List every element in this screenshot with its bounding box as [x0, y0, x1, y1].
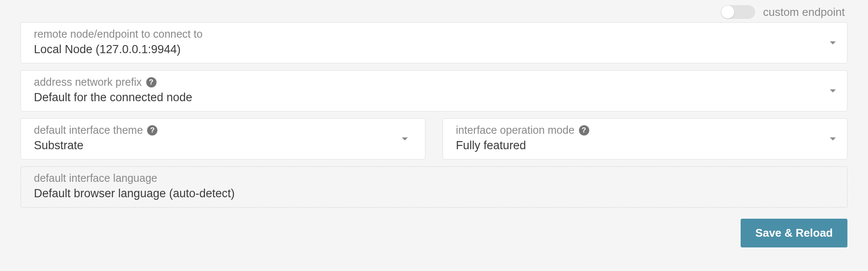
custom-endpoint-label: custom endpoint — [763, 6, 845, 19]
chevron-down-icon — [402, 138, 408, 141]
endpoint-label: remote node/endpoint to connect to — [34, 28, 834, 40]
prefix-select[interactable]: address network prefix ? Default for the… — [21, 70, 847, 111]
prefix-label: address network prefix ? — [34, 76, 834, 88]
language-value: Default browser language (auto-detect) — [34, 187, 834, 200]
mode-label-text: interface operation mode — [456, 124, 575, 136]
help-icon[interactable]: ? — [147, 125, 157, 136]
chevron-down-icon — [830, 138, 836, 141]
mode-select[interactable]: interface operation mode ? Fully feature… — [443, 118, 847, 160]
help-icon[interactable]: ? — [579, 125, 589, 136]
endpoint-value: Local Node (127.0.0.1:9944) — [34, 43, 834, 56]
theme-value: Substrate — [34, 139, 412, 152]
mode-label: interface operation mode ? — [456, 124, 834, 136]
prefix-label-text: address network prefix — [34, 76, 142, 88]
endpoint-select[interactable]: remote node/endpoint to connect to Local… — [21, 22, 847, 63]
chevron-down-icon — [830, 90, 836, 93]
custom-endpoint-toggle[interactable] — [721, 5, 755, 19]
language-label: default interface language — [34, 172, 834, 184]
mode-value: Fully featured — [456, 139, 834, 152]
help-icon[interactable]: ? — [146, 77, 157, 87]
theme-select[interactable]: default interface theme ? Substrate — [21, 118, 425, 160]
theme-label: default interface theme ? — [34, 124, 412, 136]
toggle-knob — [721, 6, 734, 18]
chevron-down-icon — [830, 42, 836, 45]
endpoint-label-text: remote node/endpoint to connect to — [34, 28, 202, 40]
prefix-value: Default for the connected node — [34, 91, 834, 104]
language-select: default interface language Default brows… — [21, 166, 847, 208]
language-label-text: default interface language — [34, 172, 157, 184]
save-reload-button[interactable]: Save & Reload — [741, 219, 847, 247]
theme-label-text: default interface theme — [34, 124, 143, 136]
